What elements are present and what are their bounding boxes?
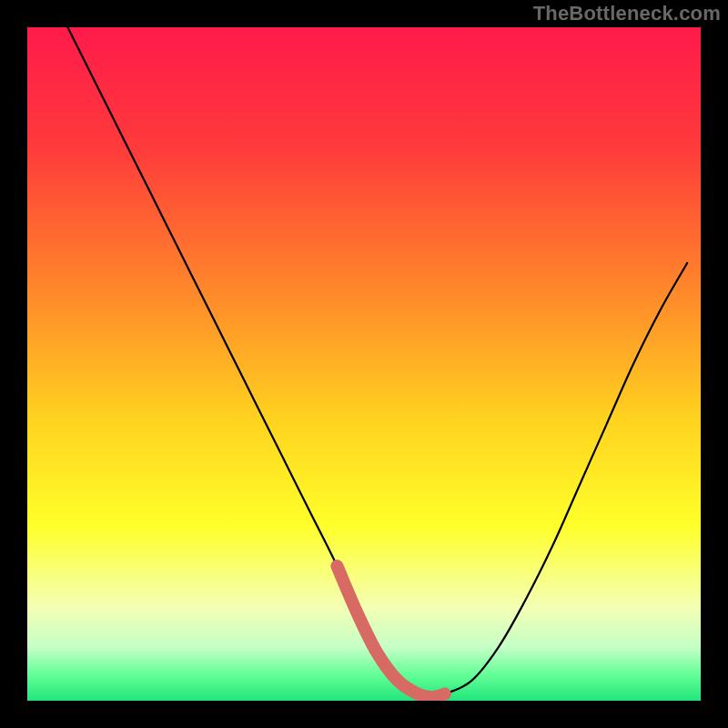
valley-highlight <box>337 566 444 697</box>
curve-layer <box>27 27 701 701</box>
chart-frame: TheBottleneck.com <box>0 0 728 728</box>
bottleneck-curve <box>67 27 687 697</box>
watermark-text: TheBottleneck.com <box>533 2 721 25</box>
plot-area <box>27 27 701 701</box>
